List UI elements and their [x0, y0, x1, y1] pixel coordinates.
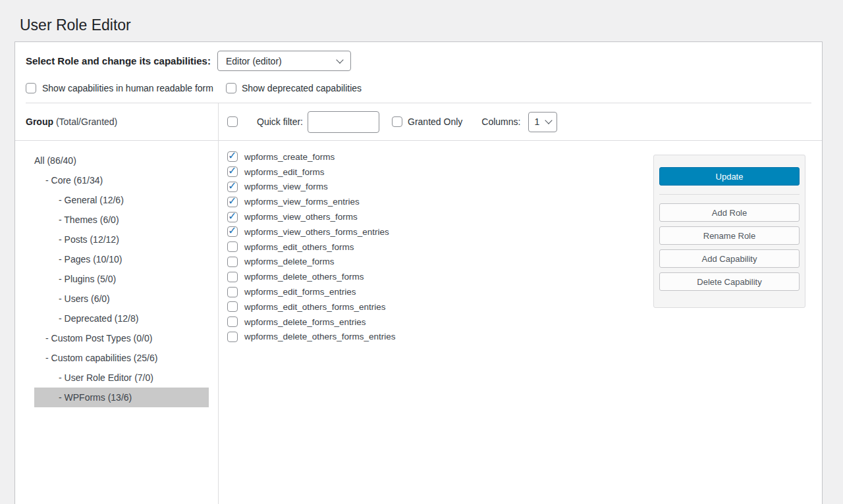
group-tree-item[interactable]: - Pages (10/10)	[34, 249, 209, 269]
capability-label: wpforms_edit_others_forms	[244, 242, 354, 252]
granted-only-checkbox[interactable]	[392, 116, 402, 127]
group-tree-item[interactable]: - Deprecated (12/8)	[34, 309, 209, 328]
columns-label: Columns:	[481, 116, 520, 127]
capability-checkbox[interactable]	[227, 197, 238, 207]
group-tree-item[interactable]: - Users (6/0)	[34, 289, 209, 309]
group-tree-item[interactable]: - General (12/6)	[34, 190, 209, 210]
group-tree-item[interactable]: - WPForms (13/6)	[34, 388, 209, 407]
group-tree-item[interactable]: - Themes (6/0)	[34, 210, 209, 230]
add-role-button[interactable]: Add Role	[659, 203, 800, 222]
capability-label: wpforms_view_others_forms	[244, 212, 358, 222]
capability-checkbox[interactable]	[227, 301, 238, 312]
columns-select[interactable]: 1	[528, 112, 557, 132]
human-readable-label: Show capabilities in human readable form	[42, 83, 213, 93]
role-select-value: Editor (editor)	[226, 56, 282, 66]
capability-row: wpforms_delete_forms	[227, 255, 653, 270]
deprecated-checkbox[interactable]	[226, 83, 236, 93]
chevron-down-icon	[545, 116, 553, 124]
select-role-label: Select Role and change its capabilities:	[26, 55, 211, 66]
capability-row: wpforms_view_forms	[227, 180, 653, 195]
capability-label: wpforms_view_forms_entries	[244, 197, 360, 207]
capability-checkbox[interactable]	[227, 151, 238, 162]
capability-checkbox[interactable]	[227, 226, 238, 237]
capability-checkbox[interactable]	[227, 212, 238, 222]
capability-row: wpforms_create_forms	[227, 149, 653, 164]
group-tree-item[interactable]: - Posts (12/12)	[34, 230, 209, 249]
capability-label: wpforms_edit_others_forms_entries	[244, 302, 386, 312]
capabilities-list: wpforms_create_formswpforms_edit_formswp…	[219, 141, 653, 344]
capability-checkbox[interactable]	[227, 166, 238, 177]
capability-row: wpforms_view_others_forms_entries	[227, 224, 653, 239]
deprecated-label: Show deprecated capabilities	[242, 83, 362, 93]
user-role-editor-panel: Select Role and change its capabilities:…	[14, 41, 823, 504]
page-title: User Role Editor	[0, 0, 843, 41]
group-tree-item[interactable]: All (86/40)	[34, 151, 209, 170]
capability-row: wpforms_edit_forms	[227, 164, 653, 180]
group-tree-item[interactable]: - Plugins (5/0)	[34, 269, 209, 289]
rename-role-button[interactable]: Rename Role	[659, 226, 800, 245]
actions-separator	[659, 194, 800, 195]
actions-panel: Update Add Role Rename Role Add Capabili…	[653, 155, 805, 308]
select-all-checkbox[interactable]	[227, 116, 238, 127]
quick-filter-input[interactable]	[308, 111, 379, 133]
groups-sidebar: Group (Total/Granted) All (86/40)- Core …	[15, 103, 219, 504]
capability-label: wpforms_edit_forms	[244, 167, 325, 177]
capability-label: wpforms_delete_others_forms_entries	[244, 332, 396, 341]
quick-filter-label: Quick filter:	[257, 116, 303, 127]
group-tree-item[interactable]: - Custom Post Types (0/0)	[34, 328, 209, 348]
update-button[interactable]: Update	[659, 167, 800, 186]
capability-row: wpforms_view_others_forms	[227, 209, 653, 224]
add-capability-button[interactable]: Add Capability	[659, 249, 800, 268]
capability-row: wpforms_delete_forms_entries	[227, 315, 653, 330]
capability-checkbox[interactable]	[227, 316, 238, 327]
granted-only-label: Granted Only	[408, 116, 462, 127]
capability-row: wpforms_edit_forms_entries	[227, 284, 653, 299]
filter-bar: Quick filter: Granted Only Columns: 1	[219, 103, 822, 141]
capability-row: wpforms_edit_others_forms	[227, 239, 653, 255]
group-header: Group (Total/Granted)	[15, 103, 218, 141]
capability-label: wpforms_delete_forms	[244, 257, 335, 266]
delete-capability-button[interactable]: Delete Capability	[659, 272, 800, 291]
capability-checkbox[interactable]	[227, 257, 238, 267]
capability-checkbox[interactable]	[227, 241, 238, 252]
top-controls: Select Role and change its capabilities:…	[15, 42, 822, 103]
capability-checkbox[interactable]	[227, 287, 238, 297]
capability-label: wpforms_view_forms	[244, 182, 328, 191]
group-tree-item[interactable]: - User Role Editor (7/0)	[34, 368, 209, 388]
capability-label: wpforms_view_others_forms_entries	[244, 227, 389, 237]
role-select[interactable]: Editor (editor)	[217, 51, 351, 71]
capability-checkbox[interactable]	[227, 182, 238, 192]
capability-row: wpforms_view_forms_entries	[227, 194, 653, 209]
capability-label: wpforms_create_forms	[244, 152, 335, 162]
columns-select-value: 1	[534, 116, 539, 127]
capability-row: wpforms_edit_others_forms_entries	[227, 299, 653, 315]
capability-row: wpforms_delete_others_forms	[227, 269, 653, 284]
capability-label: wpforms_edit_forms_entries	[244, 287, 356, 297]
capability-row: wpforms_delete_others_forms_entries	[227, 330, 653, 345]
group-tree-item[interactable]: - Custom capabilities (25/6)	[34, 348, 209, 368]
capability-label: wpforms_delete_others_forms	[244, 272, 364, 282]
groups-tree: All (86/40)- Core (61/34)- General (12/6…	[34, 151, 209, 407]
capability-checkbox[interactable]	[227, 272, 238, 282]
capability-label: wpforms_delete_forms_entries	[244, 317, 366, 327]
chevron-down-icon	[336, 56, 343, 63]
capability-checkbox[interactable]	[227, 332, 238, 342]
group-tree-item[interactable]: - Core (61/34)	[34, 170, 209, 190]
human-readable-checkbox[interactable]	[26, 83, 36, 93]
